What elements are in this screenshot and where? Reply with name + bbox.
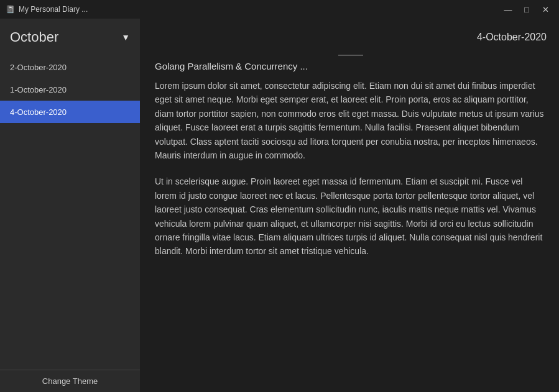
entry-paragraph: Ut in scelerisque augue. Proin laoreet e… xyxy=(155,175,547,258)
entry-title: Golang Parallelism & Concurrency ... xyxy=(142,56,559,79)
sidebar-entry-item[interactable]: 2-October-2020 xyxy=(0,56,140,78)
month-label: October xyxy=(10,29,58,45)
entry-body: Lorem ipsum dolor sit amet, consectetur … xyxy=(142,79,559,392)
title-bar-left: 📓 My Personal Diary ... xyxy=(5,4,88,14)
month-header[interactable]: October ▼ xyxy=(0,19,140,56)
sidebar-entry-item[interactable]: 4-October-2020 xyxy=(0,101,140,123)
entry-date: 4-October-2020 xyxy=(477,32,547,43)
content-header: 4-October-2020 xyxy=(142,19,559,56)
change-theme-button[interactable]: Change Theme xyxy=(0,370,140,392)
title-bar-controls: — □ ✕ xyxy=(499,3,554,16)
sidebar-entry-item[interactable]: 1-October-2020 xyxy=(0,78,140,101)
sidebar: October ▼ 2-October-20201-October-20204-… xyxy=(0,19,140,392)
entry-list: 2-October-20201-October-20204-October-20… xyxy=(0,56,140,370)
content-area: 4-October-2020 Golang Parallelism & Conc… xyxy=(142,19,559,392)
title-bar: 📓 My Personal Diary ... — □ ✕ xyxy=(0,0,559,19)
app-icon: 📓 xyxy=(5,4,15,14)
month-arrow-icon: ▼ xyxy=(121,32,130,42)
minimize-button[interactable]: — xyxy=(499,3,517,16)
entry-paragraph: Lorem ipsum dolor sit amet, consectetur … xyxy=(155,79,547,162)
maximize-button[interactable]: □ xyxy=(518,3,535,16)
header-divider xyxy=(338,55,363,56)
app-title: My Personal Diary ... xyxy=(19,5,88,14)
main-area: October ▼ 2-October-20201-October-20204-… xyxy=(0,19,559,392)
close-button[interactable]: ✕ xyxy=(537,3,554,16)
